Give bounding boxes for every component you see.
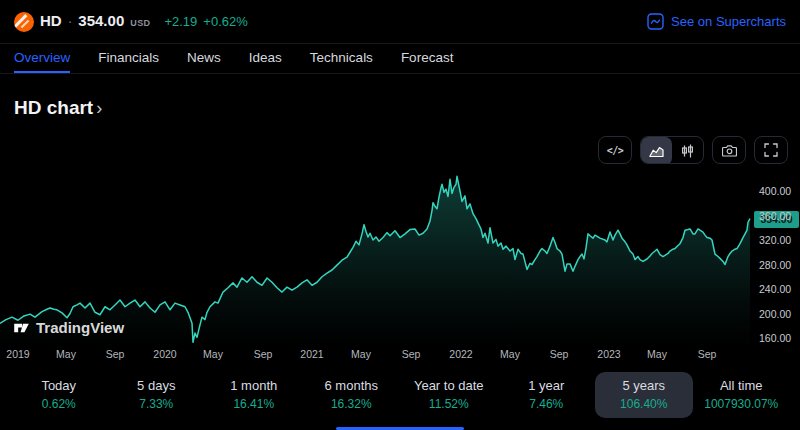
price-axis-label: 280.00 [759, 259, 799, 271]
range-label: All time [693, 378, 791, 393]
time-axis-label: Sep [389, 348, 433, 360]
range-change-percent: 7.46% [498, 397, 596, 411]
range-label: 5 days [108, 378, 206, 393]
separator-dot: · [68, 13, 73, 29]
candlestick-icon [681, 144, 694, 158]
range-label: Today [10, 378, 108, 393]
chart-toolbar: </> [598, 136, 788, 164]
range-1-year[interactable]: 1 year7.46% [498, 372, 596, 418]
time-axis-label: Sep [93, 348, 137, 360]
tab-news[interactable]: News [187, 45, 221, 73]
price-axis-label: 400.00 [759, 185, 799, 197]
tab-forecast[interactable]: Forecast [401, 45, 454, 73]
candles-button[interactable] [672, 137, 703, 164]
range-label: 6 months [303, 378, 401, 393]
price-axis-label: 320.00 [759, 234, 799, 246]
time-axis-label: Sep [685, 348, 729, 360]
time-axis-label: 2022 [439, 348, 483, 360]
supercharts-icon [647, 13, 664, 30]
price-change-percent: +0.62% [203, 14, 247, 29]
range-label: Year to date [400, 378, 498, 393]
snapshot-button[interactable] [712, 136, 746, 164]
range-change-percent: 7.33% [108, 397, 206, 411]
area-chart-button[interactable] [641, 137, 672, 164]
price-axis-label: 240.00 [759, 283, 799, 295]
range-change-percent: 11.52% [400, 397, 498, 411]
fullscreen-icon [764, 143, 778, 157]
time-axis-label: Sep [537, 348, 581, 360]
range-5-years[interactable]: 5 years106.40% [595, 372, 693, 418]
time-axis-label: May [635, 348, 679, 360]
time-axis-label: 2019 [0, 348, 40, 360]
see-on-supercharts-link[interactable]: See on Supercharts [647, 13, 786, 30]
tradingview-logo-icon [13, 319, 30, 336]
range-label: 1 year [498, 378, 596, 393]
range-label: 5 years [595, 378, 693, 393]
tab-overview[interactable]: Overview [14, 45, 70, 73]
range-change-percent: 1007930.07% [693, 397, 791, 411]
price-axis-label: 160.00 [759, 332, 799, 344]
watermark-label: TradingView [36, 319, 124, 336]
time-axis-label: 2021 [290, 348, 334, 360]
time-axis-label: 2023 [587, 348, 631, 360]
range-change-percent: 0.62% [10, 397, 108, 411]
supercharts-label: See on Supercharts [671, 14, 786, 29]
chart-title-link[interactable]: HD chart › [14, 97, 102, 119]
chevron-right-icon: › [96, 99, 102, 117]
last-price: 354.00 [78, 12, 124, 29]
range-1-month[interactable]: 1 month16.41% [205, 372, 303, 418]
range-5-days[interactable]: 5 days7.33% [108, 372, 206, 418]
time-axis-label: May [488, 348, 532, 360]
currency-label: USD [130, 18, 150, 28]
chart-type-switch [640, 136, 704, 164]
tab-bar: OverviewFinancialsNewsIdeasTechnicalsFor… [0, 45, 800, 74]
tab-technicals[interactable]: Technicals [310, 45, 373, 73]
fullscreen-button[interactable] [754, 136, 788, 164]
time-axis-label: Sep [241, 348, 285, 360]
hd-logo-icon [14, 12, 34, 32]
price-axis-label: 200.00 [759, 308, 799, 320]
range-year-to-date[interactable]: Year to date11.52% [400, 372, 498, 418]
chart-title: HD chart [14, 97, 93, 119]
range-selector: Today0.62%5 days7.33%1 month16.41%6 mont… [0, 372, 800, 418]
tradingview-symbol-widget: HD · 354.00 USD +2.19 +0.62% See on Supe… [0, 0, 800, 430]
symbol-ticker: HD [40, 12, 62, 29]
tradingview-watermark[interactable]: TradingView [13, 319, 124, 336]
tab-ideas[interactable]: Ideas [249, 45, 282, 73]
time-axis-label: May [44, 348, 88, 360]
range-change-percent: 16.41% [205, 397, 303, 411]
range-change-percent: 16.32% [303, 397, 401, 411]
camera-icon [722, 144, 737, 157]
price-axis-label: 360.00 [759, 210, 799, 222]
tab-financials[interactable]: Financials [98, 45, 159, 73]
time-axis-label: May [191, 348, 235, 360]
topbar: HD · 354.00 USD +2.19 +0.62% See on Supe… [0, 0, 800, 44]
range-today[interactable]: Today0.62% [10, 372, 108, 418]
price-change: +2.19 [164, 14, 197, 29]
price-chart-canvas[interactable]: TradingView 354.00 400.00360.00320.00280… [0, 166, 800, 366]
code-icon: </> [607, 145, 624, 156]
range-6-months[interactable]: 6 months16.32% [303, 372, 401, 418]
range-change-percent: 106.40% [595, 397, 693, 411]
time-axis-label: May [339, 348, 383, 360]
symbol-summary: HD · 354.00 USD +2.19 +0.62% [14, 12, 248, 32]
time-axis-label: 2020 [143, 348, 187, 360]
range-label: 1 month [205, 378, 303, 393]
code-button[interactable]: </> [598, 136, 632, 164]
area-chart-icon [649, 145, 664, 158]
range-all-time[interactable]: All time1007930.07% [693, 372, 791, 418]
